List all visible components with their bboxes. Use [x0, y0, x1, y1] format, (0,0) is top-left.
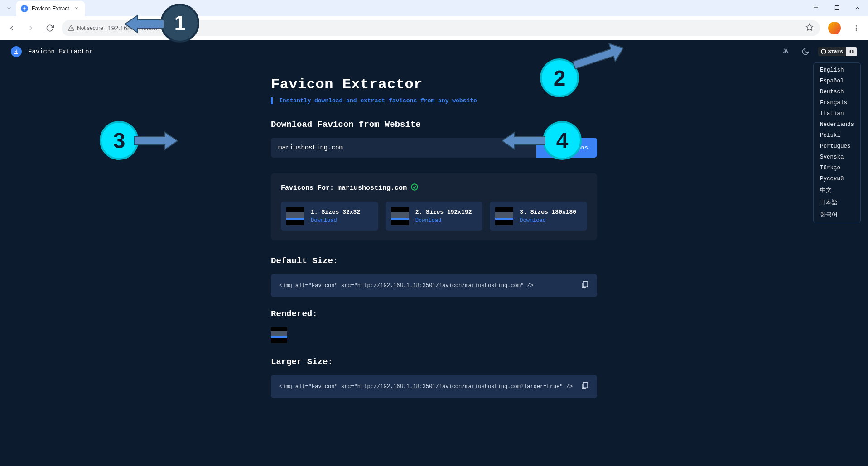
- favicon-grid: 1. Sizes 32x32 Download 2. Sizes 192x192…: [281, 202, 587, 231]
- main-content: Favicon Extractor Instantly download and…: [271, 63, 597, 428]
- tab-close-button[interactable]: [73, 5, 80, 12]
- language-option[interactable]: Français: [814, 97, 860, 108]
- default-code-block: <img alt="Favicon" src="http://192.168.1…: [271, 274, 597, 297]
- language-option[interactable]: Polski: [814, 130, 860, 141]
- language-option[interactable]: Italian: [814, 108, 860, 119]
- language-option[interactable]: 日本語: [814, 197, 860, 209]
- language-option[interactable]: 한국어: [814, 209, 860, 221]
- github-stars-badge[interactable]: Stars 85: [818, 47, 857, 56]
- theme-toggle-button[interactable]: [799, 45, 812, 58]
- favicon-card: 1. Sizes 32x32 Download: [281, 202, 378, 231]
- download-heading: Download Favicon from Website: [271, 120, 597, 130]
- reload-button[interactable]: [43, 21, 57, 35]
- browser-chrome: Favicon Extract Not secure 192.168.1.18:…: [0, 0, 868, 40]
- window-controls: [805, 0, 868, 16]
- github-badge-label: Stars: [818, 47, 846, 56]
- default-size-heading: Default Size:: [271, 256, 597, 266]
- app-header-right: Stars 85: [780, 45, 857, 58]
- check-icon: [410, 183, 419, 193]
- language-option[interactable]: 中文: [814, 184, 860, 197]
- language-option[interactable]: Deutsch: [814, 86, 860, 97]
- results-panel: Favicons For: mariushosting.com 1. Sizes…: [271, 173, 597, 240]
- favicon-preview: [495, 207, 513, 225]
- page-title: Favicon Extractor: [271, 76, 597, 93]
- favicon-info: 3. Sizes 180x180 Download: [520, 209, 576, 224]
- translate-icon: [782, 48, 791, 56]
- copy-button[interactable]: [581, 280, 589, 291]
- security-label: Not secure: [77, 25, 103, 31]
- favicon-card: 3. Sizes 180x180 Download: [490, 202, 587, 231]
- favicon-download-link[interactable]: Download: [520, 217, 576, 224]
- language-dropdown: EnglishEspañolDeutschFrançaisItalianNede…: [813, 62, 861, 223]
- app-brand[interactable]: Favicon Extractor: [11, 46, 93, 57]
- language-option[interactable]: Русский: [814, 173, 860, 184]
- svg-point-12: [856, 29, 857, 31]
- brand-name: Favicon Extractor: [28, 48, 93, 55]
- language-option[interactable]: Español: [814, 76, 860, 86]
- language-option[interactable]: Türkçe: [814, 163, 860, 173]
- window-minimize-button[interactable]: [805, 0, 826, 14]
- svg-rect-14: [583, 281, 588, 287]
- favicon-preview: [286, 207, 304, 225]
- favicon-size-label: 1. Sizes 32x32: [311, 209, 360, 216]
- window-maximize-button[interactable]: [826, 0, 847, 14]
- app-header: Favicon Extractor Stars 85: [0, 40, 868, 63]
- favicon-size-label: 3. Sizes 180x180: [520, 209, 576, 216]
- favicon-card: 2. Sizes 192x192 Download: [386, 202, 483, 231]
- github-icon: [821, 49, 826, 54]
- language-option[interactable]: Nederlands: [814, 119, 860, 130]
- results-prefix: Favicons For:: [281, 184, 334, 192]
- url-text: 192.168.1.18:3501: [108, 24, 161, 32]
- favicon-download-link[interactable]: Download: [311, 217, 360, 224]
- domain-input[interactable]: [271, 138, 536, 158]
- github-badge-count: 85: [846, 47, 857, 56]
- page-subtitle: Instantly download and extract favicons …: [279, 97, 597, 104]
- forward-button[interactable]: [24, 21, 38, 35]
- tab-favicon-icon: [21, 5, 28, 12]
- favicon-info: 1. Sizes 32x32 Download: [311, 209, 360, 224]
- larger-code-text: <img alt="Favicon" src="http://192.168.1…: [279, 384, 573, 390]
- default-code-text: <img alt="Favicon" src="http://192.168.1…: [279, 283, 534, 289]
- language-option[interactable]: Svenska: [814, 152, 860, 163]
- app-viewport: Favicon Extractor Stars 85 EnglishEspaño…: [0, 40, 868, 466]
- clipboard-icon: [581, 280, 589, 288]
- browser-tab[interactable]: Favicon Extract: [16, 1, 85, 16]
- results-domain: mariushosting.com: [338, 184, 407, 192]
- copy-button[interactable]: [581, 381, 589, 392]
- svg-rect-15: [583, 382, 588, 388]
- security-indicator[interactable]: Not secure: [68, 25, 103, 31]
- language-option[interactable]: English: [814, 65, 860, 76]
- profile-button[interactable]: [828, 22, 841, 34]
- get-favicons-button[interactable]: Get Favicons: [536, 138, 597, 158]
- results-heading: Favicons For: mariushosting.com: [281, 183, 587, 193]
- address-bar[interactable]: Not secure 192.168.1.18:3501: [62, 20, 820, 36]
- language-button[interactable]: [780, 45, 793, 58]
- svg-point-10: [856, 25, 857, 27]
- warning-icon: [68, 25, 74, 31]
- back-button[interactable]: [5, 21, 19, 35]
- tab-title: Favicon Extract: [32, 5, 69, 12]
- browser-menu-button[interactable]: [849, 21, 863, 35]
- window-close-button[interactable]: [847, 0, 868, 14]
- favicon-info: 2. Sizes 192x192 Download: [415, 209, 472, 224]
- favicon-preview: [391, 207, 409, 225]
- subtitle-wrapper: Instantly download and extract favicons …: [271, 97, 597, 104]
- browser-toolbar: Not secure 192.168.1.18:3501: [0, 16, 868, 40]
- brand-icon: [11, 46, 22, 57]
- svg-rect-4: [835, 5, 839, 9]
- rendered-favicon: [271, 327, 287, 343]
- svg-point-11: [856, 28, 857, 29]
- larger-size-heading: Larger Size:: [271, 357, 597, 367]
- rendered-heading: Rendered:: [271, 309, 597, 319]
- svg-marker-9: [806, 24, 813, 30]
- language-option[interactable]: Português: [814, 141, 860, 152]
- tab-search-dropdown[interactable]: [4, 3, 14, 14]
- moon-icon: [801, 48, 810, 56]
- tab-bar: Favicon Extract: [0, 0, 868, 16]
- bookmark-button[interactable]: [805, 23, 814, 33]
- larger-code-block: <img alt="Favicon" src="http://192.168.1…: [271, 375, 597, 398]
- favicon-size-label: 2. Sizes 192x192: [415, 209, 472, 216]
- clipboard-icon: [581, 381, 589, 389]
- favicon-download-link[interactable]: Download: [415, 217, 472, 224]
- svg-point-0: [24, 8, 25, 10]
